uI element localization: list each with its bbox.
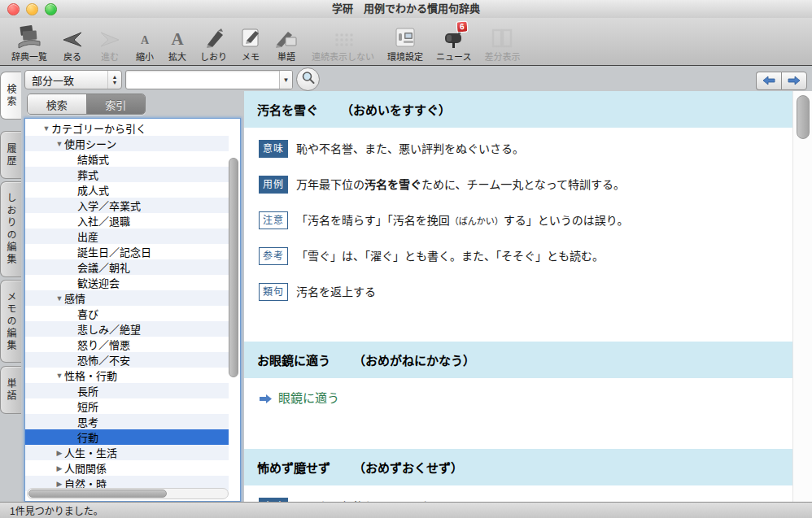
search-button[interactable] [296,67,320,91]
tree-item-label: 成人式 [77,182,109,198]
tree-row[interactable]: 結婚式 [25,151,229,167]
tree-item-label: 出産 [77,229,98,244]
tree-row[interactable]: 短所 [25,398,229,414]
tree-item-label: 入社／退職 [77,213,130,229]
tree-item-label: 使用シーン [64,136,116,151]
segment-index[interactable]: 索引 [86,94,146,114]
toolbar-bookmark-label: しおり [200,50,227,63]
disclosure-open-icon[interactable]: ▼ [55,294,64,303]
tree-horizontal-scrollbar[interactable] [27,488,229,499]
tree-item-label: 誕生日／記念日 [77,244,151,259]
content-scrollbar-thumb[interactable] [797,95,810,139]
entry-reading: （おめずおくせず） [353,459,463,476]
cross-reference-link[interactable]: 眼鏡に適う [278,391,339,405]
toolbar-dictionary-list-label: 辞典一覧 [11,50,47,63]
app-window: 学研 用例でわかる慣用句辞典 辞典一覧戻る進むA縮小A拡大しおりメモ単語連続表示… [0,0,812,518]
content-scrollbar[interactable] [792,91,812,503]
grid-dots-icon [332,24,355,49]
toolbar-back-button[interactable]: 戻る [54,24,91,63]
tree-row[interactable]: 恐怖／不安 [25,352,229,368]
toolbar-preferences-label: 環境設定 [387,50,423,63]
tree-row[interactable]: 出産 [25,229,229,244]
disclosure-closed-icon[interactable]: ▶ [55,449,64,457]
match-mode-select[interactable]: 部分一致 ▲▼ [24,70,122,89]
tree-row[interactable]: ▼カテゴリーから引く [25,120,229,136]
next-entry-button[interactable] [781,72,807,90]
toolbar-zoom-out-button[interactable]: A縮小 [129,24,161,63]
tree-row[interactable]: 歓送迎会 [25,275,229,290]
entry-text: 汚名を雪ぐ [365,178,421,191]
tree-row[interactable]: ▼感情 [25,290,229,306]
tree-row[interactable]: 喜び [25,306,229,321]
toolbar-dictionary-list-button[interactable]: 辞典一覧 [5,24,54,63]
disclosure-open-icon[interactable]: ▼ [55,140,64,148]
tree-row[interactable]: ▼性格・行動 [25,368,229,383]
tree-row[interactable]: 入学／卒業式 [25,198,229,213]
svg-text:A: A [141,34,150,46]
preferences-icon [394,24,417,49]
forward-arrow-icon [98,24,122,49]
entry-line: 類句汚名を返上する [259,283,812,301]
tree-item-label: 怒り／憎悪 [77,337,130,352]
tree-row[interactable]: 思考 [25,414,229,429]
magnifier-icon [301,71,316,89]
toolbar-bookmark-button[interactable]: しおり [194,24,234,63]
side-tab-1[interactable]: 検索 [0,72,21,120]
stepper-arrows-icon: ▲▼ [107,71,121,89]
disclosure-open-icon[interactable]: ▼ [41,124,51,133]
tree-row[interactable]: 成人式 [25,182,229,198]
disclosure-closed-icon[interactable]: ▶ [55,464,64,472]
toolbar-diff-label: 差分表示 [484,50,520,63]
tree-row[interactable]: 葬式 [25,167,229,182]
side-tab-2[interactable]: 履歴 [0,131,21,179]
chevron-down-icon[interactable]: ▼ [279,71,292,89]
tree-row[interactable]: 長所 [25,383,229,398]
entry-badge: 参考 [259,247,288,265]
tree-row[interactable]: ▶人生・生活 [25,445,229,460]
right-arrow-icon [259,392,273,408]
tree-row[interactable]: ▶人間関係 [25,460,229,476]
search-input[interactable] [126,71,279,89]
tree-row[interactable]: ▼使用シーン [25,136,229,151]
disclosure-open-icon[interactable]: ▼ [55,372,64,380]
split-view-icon [491,24,513,49]
tree-row[interactable]: 怒り／憎悪 [25,337,229,352]
entry-text: 恥や不名誉、また、悪い評判をぬぐいさる。 [296,142,524,155]
toolbar-news-button[interactable]: 6ニュース [430,24,478,63]
toolbar-word-button[interactable]: 単語 [268,24,305,63]
tree-horizontal-scrollbar-thumb[interactable] [28,490,167,498]
tree-vertical-scrollbar-thumb[interactable] [229,158,238,377]
tree-item-label: 長所 [77,383,98,398]
entry-line: 眼鏡に適う [259,390,812,408]
entry-line: 意味恥や不名誉、また、悪い評判をぬぐいさる。 [259,140,812,158]
entry-line: 参考「雪ぐ」は、「濯ぐ」とも書く。また、「そそぐ」とも読む。 [259,247,812,265]
tree-item-label: 思考 [77,414,98,429]
entry-text: する」というのは誤り。 [504,214,629,227]
mailbox-icon: 6 [442,24,466,49]
tree-item-label: 人間関係 [64,460,107,476]
prev-entry-button[interactable] [756,72,781,90]
back-arrow-icon [60,24,85,49]
tree-row[interactable]: 会議／朝礼 [25,259,229,275]
tree-row[interactable]: 行動 [25,429,229,445]
side-tab-3[interactable]: しおりの編集 [0,181,21,277]
entry-text: 汚名を返上する [296,285,376,298]
entry-text: （ばんかい） [450,216,504,226]
tree-row[interactable]: 悲しみ／絶望 [25,321,229,337]
toolbar-memo-button[interactable]: メモ [234,24,268,63]
side-tab-4[interactable]: メモの編集 [0,280,21,363]
toolbar-preferences-button[interactable]: 環境設定 [381,24,430,63]
tree-item-label: 悲しみ／絶望 [77,321,141,337]
entry-body: 意味恥や不名誉、また、悪い評判をぬぐいさる。用例万年最下位の汚名を雪ぐために、チ… [244,140,812,301]
entry-header: お眼鏡に適う（おめがねにかなう） [244,342,812,378]
side-tab-5[interactable]: 単語 [0,366,21,414]
tree-row[interactable]: 入社／退職 [25,213,229,229]
tree-row[interactable]: 誕生日／記念日 [25,244,229,259]
entry-reading: （おめいをすすぐ） [341,101,451,118]
toolbar-zoom-in-button[interactable]: A拡大 [161,24,194,63]
svg-text:A: A [171,29,184,49]
disclosure-closed-icon[interactable]: ▶ [55,480,64,488]
segment-search[interactable]: 検索 [28,94,86,114]
tree-item-label: 葬式 [77,167,98,182]
entry-header: 怖めず臆せず（おめずおくせず） [244,449,812,485]
